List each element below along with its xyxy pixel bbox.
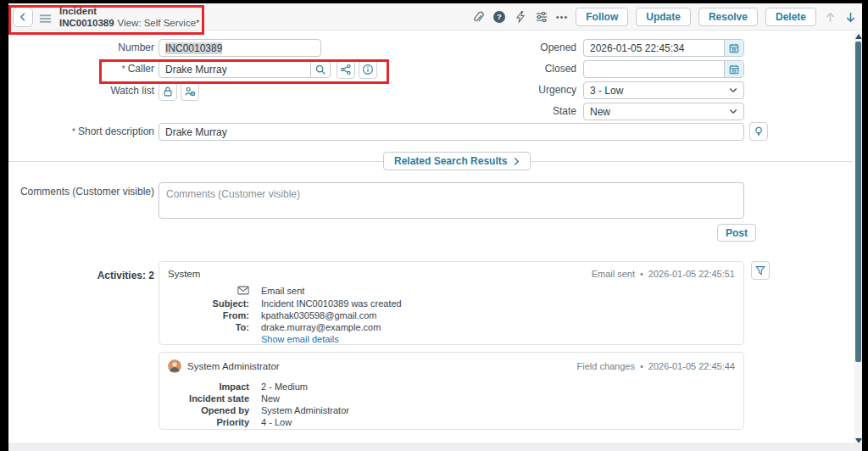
- record-title: Incident INC0010389View: Self Service*: [59, 5, 200, 29]
- watch-list-lock-button[interactable]: [159, 82, 177, 101]
- short-description-input[interactable]: [159, 123, 744, 141]
- activity-timestamp: 2026-01-05 22:45:44: [635, 361, 735, 371]
- field-change-value: New: [261, 393, 735, 404]
- state-value: New: [590, 106, 610, 118]
- follow-button[interactable]: Follow: [576, 8, 628, 26]
- number-label: Number: [8, 39, 154, 57]
- svg-text:?: ?: [497, 12, 502, 21]
- watch-list-add-me-button[interactable]: [181, 82, 199, 101]
- field-change-label: Incident state: [168, 393, 249, 404]
- comments-label: Comments (Customer visible): [8, 183, 154, 201]
- view-label: View: Self Service*: [118, 18, 200, 28]
- form-header-bar: Incident INC0010389View: Self Service* ?…: [8, 3, 862, 31]
- resolve-button[interactable]: Resolve: [698, 8, 758, 26]
- hierarchy-icon: [340, 64, 352, 75]
- activity-entry-field-changes: System Administrator Field changes2026-0…: [159, 352, 744, 430]
- activity-author: System: [168, 269, 200, 279]
- more-options-icon[interactable]: •••: [556, 12, 569, 22]
- state-select[interactable]: New: [583, 103, 744, 120]
- urgency-label: Urgency: [432, 81, 576, 99]
- field-change-label: Priority: [168, 417, 249, 427]
- number-input[interactable]: INC0010389: [159, 39, 321, 57]
- mandatory-indicator: *: [72, 126, 75, 136]
- scroll-up-arrow-icon[interactable]: [855, 34, 862, 39]
- show-email-details-link[interactable]: Show email details: [261, 334, 735, 344]
- attachment-icon[interactable]: [471, 10, 485, 24]
- post-button[interactable]: Post: [717, 224, 756, 242]
- activities-count-label: Activities: 2: [8, 267, 154, 285]
- email-status: Email sent: [261, 286, 735, 297]
- vertical-scrollbar[interactable]: [854, 31, 862, 446]
- activity-type: Field changes: [576, 361, 635, 371]
- field-change-value: 4 - Low: [261, 417, 735, 427]
- search-knowledge-button[interactable]: [749, 122, 768, 141]
- email-subject-value: Incident INC0010389 was created: [261, 298, 735, 309]
- email-to-value: drake.murray@example.com: [261, 322, 735, 332]
- help-icon[interactable]: ?: [492, 10, 506, 24]
- opened-input[interactable]: [584, 40, 724, 56]
- email-icon: [237, 286, 249, 297]
- lock-icon: [162, 86, 174, 97]
- horizontal-scrollbar-track[interactable]: [8, 443, 862, 451]
- back-button[interactable]: [13, 7, 33, 27]
- caller-input[interactable]: [159, 61, 310, 77]
- page-title: Incident: [59, 5, 200, 17]
- filter-icon: [754, 264, 766, 276]
- previous-record-icon: [824, 11, 837, 24]
- opened-field-group: [583, 39, 744, 57]
- field-change-value: System Administrator: [261, 405, 735, 415]
- chevron-right-icon: [514, 157, 520, 166]
- update-button[interactable]: Update: [636, 8, 691, 26]
- activity-entry-email: System Email sent2026-01-05 22:45:51 Ema…: [159, 261, 744, 345]
- urgency-value: 3 - Low: [590, 85, 623, 97]
- closed-label: Closed: [432, 60, 576, 78]
- caller-field-group: [159, 60, 331, 78]
- activity-meta: Email sent2026-01-05 22:45:51: [592, 269, 735, 279]
- activity-author: System Administrator: [168, 359, 280, 373]
- mandatory-indicator: *: [121, 64, 125, 74]
- email-subject-label: Subject:: [168, 298, 249, 309]
- urgency-select[interactable]: 3 - Low: [583, 81, 744, 99]
- field-change-value: 2 - Medium: [261, 381, 735, 392]
- lightbulb-icon: [753, 125, 765, 137]
- closed-input[interactable]: [584, 61, 724, 77]
- activity-type: Email sent: [592, 269, 635, 279]
- personalize-form-icon[interactable]: [535, 10, 548, 24]
- comments-textarea[interactable]: [159, 182, 744, 219]
- calendar-icon: [728, 64, 740, 75]
- avatar: [168, 359, 181, 373]
- state-label: State: [432, 103, 576, 120]
- number-value: INC0010389: [165, 42, 222, 54]
- chevron-down-icon: [729, 87, 737, 93]
- delete-button[interactable]: Delete: [765, 8, 816, 26]
- activity-meta: Field changes2026-01-05 22:45:44: [576, 361, 735, 371]
- caller-lookup-button[interactable]: [310, 61, 330, 77]
- caller-label: *Caller: [8, 60, 154, 78]
- activity-filter-button[interactable]: [751, 261, 770, 280]
- short-description-label: *Short description: [8, 123, 154, 141]
- context-menu-icon[interactable]: [39, 12, 52, 22]
- chevron-left-icon: [18, 12, 28, 22]
- caller-info-button[interactable]: [359, 60, 377, 79]
- caller-preview-button[interactable]: [337, 60, 355, 79]
- next-record-icon[interactable]: [844, 11, 857, 24]
- field-change-label: Opened by: [168, 405, 249, 415]
- opened-calendar-button[interactable]: [724, 40, 743, 56]
- email-to-label: To:: [168, 322, 249, 332]
- activity-timestamp: 2026-01-05 22:45:51: [635, 269, 735, 279]
- incident-form-window: Incident INC0010389View: Self Service* ?…: [8, 3, 862, 451]
- scrollbar-thumb[interactable]: [855, 42, 861, 362]
- closed-calendar-button[interactable]: [724, 61, 743, 77]
- calendar-icon: [728, 42, 740, 54]
- watch-list-label: Watch list: [8, 82, 154, 100]
- related-search-results-button[interactable]: Related Search Results: [383, 152, 531, 170]
- field-change-label: Impact: [168, 381, 249, 392]
- closed-field-group: [583, 60, 744, 78]
- activity-stream-icon[interactable]: [514, 10, 527, 24]
- email-from-value: kpathak030598@gmail.com: [261, 310, 735, 320]
- search-icon: [314, 64, 326, 75]
- email-from-label: From:: [168, 310, 249, 320]
- opened-label: Opened: [432, 39, 576, 57]
- info-icon: [362, 64, 374, 75]
- record-number: INC0010389: [59, 18, 114, 28]
